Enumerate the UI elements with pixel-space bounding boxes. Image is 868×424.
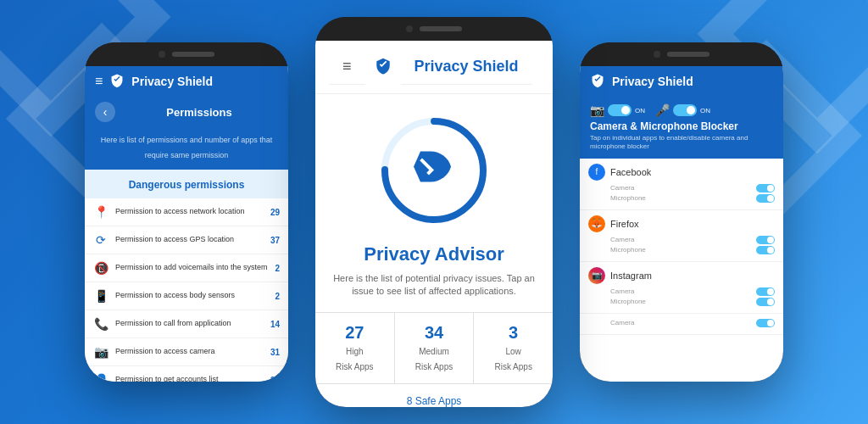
list-item[interactable]: 📷 Instagram Camera Microphone: [580, 262, 783, 314]
low-risk[interactable]: 3 LowRisk Apps: [474, 313, 553, 383]
firefox-name: Firefox: [610, 219, 639, 229]
permissions-subtitle: Here is list of permissions and number o…: [85, 127, 288, 170]
perm-text: Permission to access GPS location: [115, 235, 264, 245]
low-risk-label: LowRisk Apps: [494, 347, 531, 371]
list-item[interactable]: 🦊 Firefox Camera Microphone: [580, 210, 783, 262]
shield-icon: [109, 73, 125, 90]
medium-risk[interactable]: 34 MediumRisk Apps: [395, 313, 475, 383]
permissions-subtitle-text: Here is list of permissions and number o…: [101, 136, 273, 159]
camera-label: Camera: [610, 236, 634, 243]
left-phone-top-bar: [85, 42, 288, 66]
mic-label: Microphone: [610, 246, 646, 254]
safe-apps-bar[interactable]: 8 Safe Apps: [315, 383, 553, 407]
privacy-circle: [375, 111, 493, 230]
cam-mic-toggles: 📷 ON 🎤 ON: [590, 103, 773, 117]
left-phone-camera: [159, 51, 165, 58]
instagram-controls: Camera Microphone: [588, 287, 775, 306]
left-header: ≡ Privacy Shield: [85, 66, 288, 97]
center-phone-camera: [406, 25, 413, 32]
center-shield-icon: [374, 57, 392, 77]
firefox-camera-toggle[interactable]: [756, 236, 775, 244]
gps-icon: ⟳: [93, 233, 108, 247]
right-phone-speaker: [667, 52, 709, 57]
camera-label: Camera: [610, 287, 634, 295]
perm-text: Permission to call from application: [115, 319, 264, 329]
list-item[interactable]: 📞 Permission to call from application 14: [85, 310, 288, 338]
left-phone: ≡ Privacy Shield ‹ Permissions Here is l…: [85, 42, 288, 382]
perm-count: 37: [270, 236, 280, 245]
mic-label: Microphone: [610, 194, 646, 202]
hamburger-icon[interactable]: ≡: [95, 74, 103, 89]
call-icon: 📞: [93, 317, 108, 331]
mic-toggle-group: 🎤 ON: [655, 103, 710, 117]
facebook-icon: f: [588, 164, 605, 181]
firefox-camera-row: Camera: [610, 236, 775, 244]
low-risk-number: 3: [479, 323, 548, 343]
left-app-title: Privacy Shield: [131, 75, 213, 88]
left-back-bar: ‹ Permissions: [85, 97, 288, 127]
body-sensor-icon: 📱: [93, 289, 108, 303]
right-header: Privacy Shield: [580, 66, 783, 97]
mic-toggle[interactable]: [673, 104, 697, 116]
facebook-mic-row: Microphone: [610, 194, 775, 203]
high-risk-number: 27: [320, 323, 389, 343]
privacy-advisor-desc: Here is the list of potential privacy is…: [329, 272, 539, 298]
back-button[interactable]: ‹: [95, 102, 115, 122]
phones-container: ≡ Privacy Shield ‹ Permissions Here is l…: [0, 0, 868, 424]
perm-count: 2: [275, 292, 280, 301]
medium-risk-label: MediumRisk Apps: [415, 347, 453, 371]
facebook-camera-toggle[interactable]: [756, 184, 775, 192]
mic-label: Microphone: [610, 298, 646, 305]
camera-toggle-label: ON: [635, 107, 645, 114]
high-risk[interactable]: 27 HighRisk Apps: [315, 313, 395, 383]
fourth-camera-row: Camera: [610, 319, 775, 327]
list-item[interactable]: 📵 Permission to add voicemails into the …: [85, 254, 288, 282]
left-phone-screen: ≡ Privacy Shield ‹ Permissions Here is l…: [85, 66, 288, 382]
right-shield-icon: [590, 73, 605, 90]
center-phone-screen: ≡ Privacy Shield: [315, 41, 553, 407]
right-phone-top-bar: [580, 42, 783, 66]
list-item[interactable]: Camera: [580, 314, 783, 335]
center-phone-speaker: [420, 26, 462, 31]
facebook-mic-toggle[interactable]: [756, 194, 775, 203]
center-header: ≡ Privacy Shield: [315, 41, 553, 94]
instagram-mic-toggle[interactable]: [756, 298, 775, 306]
firefox-header: 🦊 Firefox: [588, 215, 775, 232]
center-hamburger-icon[interactable]: ≡: [329, 49, 365, 85]
camera-label: Camera: [610, 319, 634, 326]
center-app-title: Privacy Shield: [401, 49, 532, 85]
fourth-app-controls: Camera: [588, 319, 775, 327]
perm-count: 2: [275, 264, 280, 273]
facebook-controls: Camera Microphone: [588, 184, 775, 203]
camera-toggle-icon: 📷: [590, 103, 604, 117]
facebook-camera-row: Camera: [610, 184, 775, 192]
privacy-advisor-title: Privacy Advisor: [364, 243, 504, 265]
list-item[interactable]: ⟳ Permission to access GPS location 37: [85, 226, 288, 254]
firefox-mic-toggle[interactable]: [756, 246, 775, 254]
instagram-camera-row: Camera: [610, 287, 775, 296]
app-list: f Facebook Camera Microphone: [580, 159, 783, 335]
list-item[interactable]: f Facebook Camera Microphone: [580, 159, 783, 210]
center-shield-overlay: [413, 143, 455, 198]
right-phone: Privacy Shield 📷 ON 🎤 ON Camera &: [580, 42, 783, 382]
voicemail-icon: 📵: [93, 261, 108, 275]
center-phone-top-bar: [315, 17, 553, 41]
safe-apps-text: 8 Safe Apps: [407, 395, 462, 407]
list-item[interactable]: 📷 Permission to access camera 31: [85, 338, 288, 366]
permission-list: 📍 Permission to access network location …: [85, 198, 288, 382]
perm-text: Permission to get accounts list: [115, 375, 264, 382]
mic-toggle-icon: 🎤: [655, 103, 670, 117]
risk-stats: 27 HighRisk Apps 34 MediumRisk Apps 3 Lo…: [315, 312, 553, 383]
right-phone-screen: Privacy Shield 📷 ON 🎤 ON Camera &: [580, 66, 783, 382]
list-item[interactable]: 📱 Permission to access body sensors 2: [85, 282, 288, 310]
medium-risk-number: 34: [400, 323, 469, 343]
list-item[interactable]: 📍 Permission to access network location …: [85, 198, 288, 226]
perm-count: 31: [270, 348, 280, 357]
accounts-icon: 👤: [93, 373, 108, 382]
fourth-camera-toggle[interactable]: [756, 319, 775, 327]
list-item[interactable]: 👤 Permission to get accounts list 36: [85, 366, 288, 382]
camera-toggle[interactable]: [608, 104, 632, 116]
camera-toggle-group: 📷 ON: [590, 103, 645, 117]
dangerous-header: Dangerous permissions: [85, 170, 288, 198]
instagram-camera-toggle[interactable]: [756, 287, 775, 296]
